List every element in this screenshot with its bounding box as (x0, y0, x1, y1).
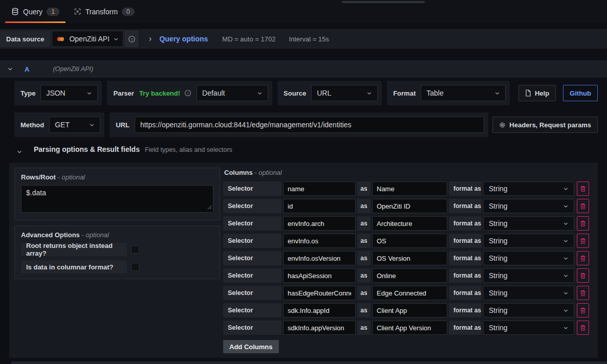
column-as-label: as (357, 251, 371, 265)
column-alias-input[interactable] (372, 251, 447, 265)
format-field-group: Format Table (387, 81, 510, 105)
root-returns-object-checkbox[interactable] (131, 245, 139, 254)
column-selector-input[interactable] (283, 303, 356, 317)
try-backend-link[interactable]: Try backend! (139, 89, 180, 97)
column-format-select[interactable]: String (483, 268, 574, 283)
github-button[interactable]: Github (563, 85, 598, 101)
column-selector-input[interactable] (283, 321, 356, 335)
collapse-chevron-icon (16, 149, 23, 155)
query-options-link[interactable]: Query options (159, 35, 208, 43)
advanced-option-row: Root returns object instead array? (21, 243, 213, 256)
url-input[interactable] (135, 117, 484, 133)
chevron-down-icon (89, 122, 95, 128)
column-selector-input[interactable] (283, 268, 356, 283)
column-selector-label: Selector (223, 181, 281, 196)
delete-column-button[interactable] (577, 268, 589, 283)
column-as-label: as (357, 216, 371, 231)
column-selector-input[interactable] (283, 251, 356, 265)
column-alias-input[interactable] (372, 234, 447, 248)
column-format-select[interactable]: String (483, 303, 574, 317)
trash-icon (580, 272, 586, 279)
column-format-select[interactable]: String (483, 181, 574, 196)
delete-column-button[interactable] (577, 199, 589, 213)
column-selector-label: Selector (223, 199, 281, 213)
grafana-query-editor-screen: Query 1 Transform 0 Data source OpenZiti… (0, 0, 607, 364)
column-selector-input[interactable] (283, 199, 356, 213)
github-button-label: Github (570, 89, 591, 97)
advanced-options-box: Advanced Options - optional Root returns… (14, 225, 220, 279)
query-datasource-hint: (OpenZiti API) (53, 65, 93, 73)
tab-transform[interactable]: Transform 0 (67, 0, 142, 23)
column-selector-input[interactable] (283, 216, 356, 231)
svg-text:i: i (187, 91, 188, 96)
column-alias-input[interactable] (372, 321, 447, 335)
columns-label: Columns (224, 169, 253, 176)
column-row: Selector as format as String (223, 268, 593, 283)
editor-action-buttons: Help Github (518, 81, 598, 101)
format-select[interactable]: Table (421, 85, 506, 101)
column-format-select[interactable]: String (483, 286, 574, 300)
chevron-down-icon (494, 90, 500, 96)
column-format-value: String (489, 202, 508, 210)
column-format-label: format as (449, 251, 482, 265)
column-format-label: format as (449, 303, 482, 317)
column-format-select[interactable]: String (483, 216, 574, 231)
column-format-select[interactable]: String (483, 251, 574, 265)
parser-select-value: Default (202, 89, 225, 97)
column-alias-input[interactable] (372, 303, 447, 317)
delete-column-button[interactable] (577, 181, 589, 196)
column-alias-input[interactable] (372, 199, 447, 213)
datasource-picker[interactable]: OpenZiti API (52, 31, 123, 47)
column-as-label: as (357, 286, 371, 300)
svg-text:?: ? (131, 37, 133, 41)
delete-column-button[interactable] (577, 321, 589, 335)
column-selector-input[interactable] (283, 181, 356, 196)
column-row: Selector as format as String (223, 251, 593, 265)
panel-resize-handle[interactable] (342, 1, 425, 3)
max-data-points-stat: MD = auto = 1702 (222, 35, 275, 43)
rows-root-input[interactable] (21, 185, 213, 213)
column-alias-input[interactable] (372, 286, 447, 300)
parser-select[interactable]: Default (197, 85, 268, 101)
column-format-select[interactable]: String (483, 234, 574, 248)
column-format-select[interactable]: String (483, 321, 574, 335)
column-selector-input[interactable] (283, 234, 356, 248)
column-format-value: String (489, 306, 508, 314)
column-format-select[interactable]: String (483, 199, 574, 213)
type-select[interactable]: JSON (40, 85, 98, 101)
column-format-label: format as (449, 286, 482, 300)
source-label: Source (281, 89, 311, 97)
column-format-value: String (489, 185, 508, 193)
column-alias-input[interactable] (372, 181, 447, 196)
query-options-row: Type JSON Parser Try backend! i Default … (9, 81, 598, 105)
column-row: Selector as format as String (223, 216, 593, 231)
datasource-bar: Data source OpenZiti API ? Query options… (0, 29, 607, 49)
help-button[interactable]: Help (518, 85, 556, 101)
interval-stat: Interval = 15s (289, 35, 329, 43)
delete-column-button[interactable] (577, 303, 589, 317)
tab-query[interactable]: Query 1 (4, 0, 67, 23)
datasource-selected-value: OpenZiti API (69, 35, 109, 43)
delete-column-button[interactable] (577, 234, 589, 248)
delete-column-button[interactable] (577, 216, 589, 231)
method-select[interactable]: GET (49, 117, 100, 133)
chevron-down-icon (563, 325, 569, 331)
source-select-value: URL (317, 89, 331, 97)
column-selector-input[interactable] (283, 286, 356, 300)
source-select[interactable]: URL (311, 85, 378, 101)
headers-request-params-button[interactable]: Headers, Request params (492, 117, 598, 133)
transform-count-badge: 0 (122, 8, 135, 16)
columnar-format-checkbox[interactable] (131, 263, 139, 271)
parsing-section-header[interactable]: Parsing options & Result fields Field ty… (9, 145, 598, 158)
add-columns-button[interactable]: Add Columns (223, 340, 279, 353)
chevron-down-icon (366, 90, 372, 96)
delete-column-button[interactable] (577, 286, 589, 300)
query-row-header[interactable]: A (OpenZiti API) (0, 60, 607, 78)
trash-icon (580, 290, 586, 297)
delete-column-button[interactable] (577, 251, 589, 265)
column-alias-input[interactable] (372, 268, 447, 283)
column-row: Selector as format as String (223, 286, 593, 300)
infinity-datasource-logo-icon (56, 36, 65, 42)
datasource-help-button[interactable]: ? (125, 31, 138, 47)
column-alias-input[interactable] (372, 216, 447, 231)
